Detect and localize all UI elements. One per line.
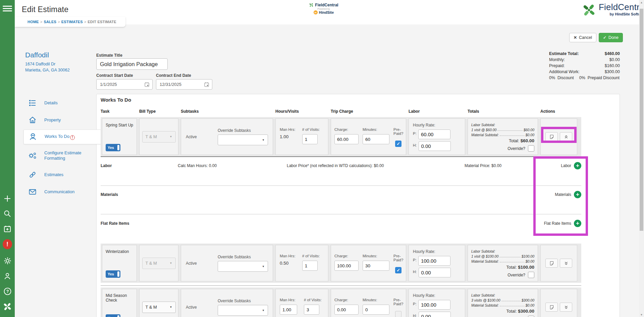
collapse-button[interactable] <box>560 132 572 141</box>
contract-start-input[interactable] <box>99 82 136 87</box>
breadcrumb-sales[interactable]: SALES <box>44 20 56 24</box>
charge-input[interactable] <box>334 134 359 144</box>
search-icon[interactable] <box>3 209 12 218</box>
estimate-total-label: Estimate Total: <box>549 51 579 57</box>
rate-p-input[interactable] <box>418 300 450 310</box>
breadcrumb-separator: > <box>58 20 60 24</box>
rate-p-input[interactable] <box>418 256 450 266</box>
customer-name-link[interactable]: Daffodil <box>25 51 70 59</box>
minutes-input[interactable] <box>363 134 389 144</box>
p-label: P: <box>413 258 417 262</box>
scroll-down-arrow[interactable]: ▼ <box>639 312 644 317</box>
sidebar-item-label: Estimates <box>44 172 98 177</box>
task-enabled-toggle[interactable]: Yes <box>106 270 120 278</box>
add-flat-rate-items-button[interactable]: Flat Rate Items <box>544 220 581 227</box>
add-labor-button[interactable]: Labor <box>561 162 581 169</box>
cancel-button[interactable]: ✕ Cancel <box>569 33 596 42</box>
task-enabled-toggle[interactable]: Yes <box>106 314 120 317</box>
plus-icon <box>574 220 581 227</box>
works-heading: Works To Do <box>101 97 131 103</box>
additional-work-value: $300.00 <box>605 69 620 75</box>
col-trip-charge: Trip Charge <box>331 109 406 114</box>
scrollbar-thumb[interactable] <box>640 9 643 231</box>
task-name: Mid Season Check <box>102 289 137 303</box>
fieldcentral-logo-icon <box>582 3 596 17</box>
bill-type-select[interactable]: T & M ▼ <box>142 131 176 143</box>
prepaid-checkbox[interactable] <box>395 311 401 317</box>
hours-visits-cell: Man Hrs: # of Visits: <box>275 289 328 317</box>
prepaid-checkbox[interactable] <box>395 141 401 147</box>
task-enabled-toggle[interactable]: Yes <box>106 144 120 151</box>
prepaid-label: Pre-Paid? <box>393 127 403 136</box>
minutes-input[interactable] <box>363 305 389 315</box>
visits-input[interactable] <box>304 305 319 315</box>
estimate-title-input[interactable] <box>96 58 168 70</box>
minutes-label: Minutes: <box>363 298 389 302</box>
done-button[interactable]: ✓ Done <box>599 33 623 42</box>
calc-man-hours: Calc Man Hours: 0.00 <box>178 163 217 168</box>
material-amount: $0.00 <box>526 133 534 137</box>
rate-h-input[interactable] <box>419 141 451 151</box>
scrollbar[interactable]: ▲ ▼ <box>639 0 644 317</box>
alert-icon[interactable]: ! <box>3 240 12 249</box>
sidebar-item-label: Communication <box>44 189 98 195</box>
caret-down-icon: ▼ <box>170 306 172 309</box>
settings-gear-icon[interactable] <box>3 256 12 265</box>
override-checkbox[interactable] <box>528 316 534 317</box>
fieldcentral-mark-icon[interactable] <box>3 302 12 311</box>
dot-leader <box>500 306 525 306</box>
hamburger-menu-icon[interactable] <box>3 4 12 12</box>
minutes-label: Minutes: <box>363 254 389 258</box>
scroll-up-arrow[interactable]: ▲ <box>639 0 644 5</box>
prepaid-checkbox[interactable] <box>395 267 401 273</box>
calendar-icon[interactable] <box>144 82 150 87</box>
envelope-icon <box>28 188 38 196</box>
person-icon[interactable] <box>3 271 12 281</box>
labor-cell: Hourly Rate: P: H: <box>409 245 465 281</box>
total-value: $300.00 <box>518 309 534 314</box>
visits-input[interactable] <box>302 134 318 144</box>
cancel-label: Cancel <box>579 35 592 40</box>
note-button[interactable] <box>545 132 558 141</box>
charge-input[interactable] <box>334 261 359 271</box>
expand-button[interactable] <box>560 303 572 312</box>
note-button[interactable] <box>545 303 558 312</box>
col-task: Task <box>101 109 137 114</box>
rate-h-input[interactable] <box>419 312 451 317</box>
visits-input[interactable] <box>302 261 318 271</box>
trip-charge-cell: Charge: Minutes: Pre-Paid? <box>331 245 406 281</box>
col-bill-type: Bill Type <box>139 109 178 114</box>
expand-button[interactable] <box>560 259 572 268</box>
bill-type-select[interactable]: T & M ▼ <box>142 302 176 313</box>
bill-type-select[interactable]: T & M ▼ <box>142 258 176 269</box>
rate-p-input[interactable] <box>418 129 450 139</box>
add-materials-button[interactable]: Materials <box>555 191 581 198</box>
done-label: Done <box>608 35 619 40</box>
materials-section-row: Materials Materials <box>101 187 581 203</box>
override-subtasks-select[interactable]: ▼ <box>218 135 268 145</box>
override-subtasks-label: Override Subtasks <box>218 255 268 259</box>
override-subtasks-select[interactable]: ▼ <box>218 305 268 316</box>
override-subtasks-select[interactable]: ▼ <box>218 261 268 272</box>
note-button[interactable] <box>545 259 558 268</box>
calendar-icon[interactable] <box>204 82 209 87</box>
override-checkbox[interactable] <box>528 145 534 152</box>
labor-price: Labor Price* (not reflected in WTD calcu… <box>287 163 384 168</box>
minutes-input[interactable] <box>363 261 389 271</box>
h-label: H: <box>413 314 417 317</box>
rate-h-input[interactable] <box>419 268 451 277</box>
breadcrumb-estimates[interactable]: ESTIMATES <box>61 20 83 24</box>
help-icon[interactable]: ? <box>3 286 12 296</box>
task-row-spring-start-up: Spring Start Up Yes T & M ▼ Active Overr… <box>101 117 581 156</box>
add-icon[interactable] <box>3 194 12 203</box>
man-hrs-input[interactable] <box>280 305 297 315</box>
override-checkbox[interactable] <box>528 272 534 278</box>
charge-input[interactable] <box>334 305 359 315</box>
breadcrumb-home[interactable]: HOME <box>28 20 39 24</box>
calendar-add-icon[interactable] <box>3 224 12 233</box>
labor-amount: $100.00 <box>522 254 534 258</box>
contract-end-input[interactable] <box>159 82 196 87</box>
prepaid-label: Prepaid: <box>549 63 565 69</box>
contract-start-label: Contract Start Date <box>96 73 133 78</box>
bill-type-cell: T & M ▼ <box>139 289 178 317</box>
